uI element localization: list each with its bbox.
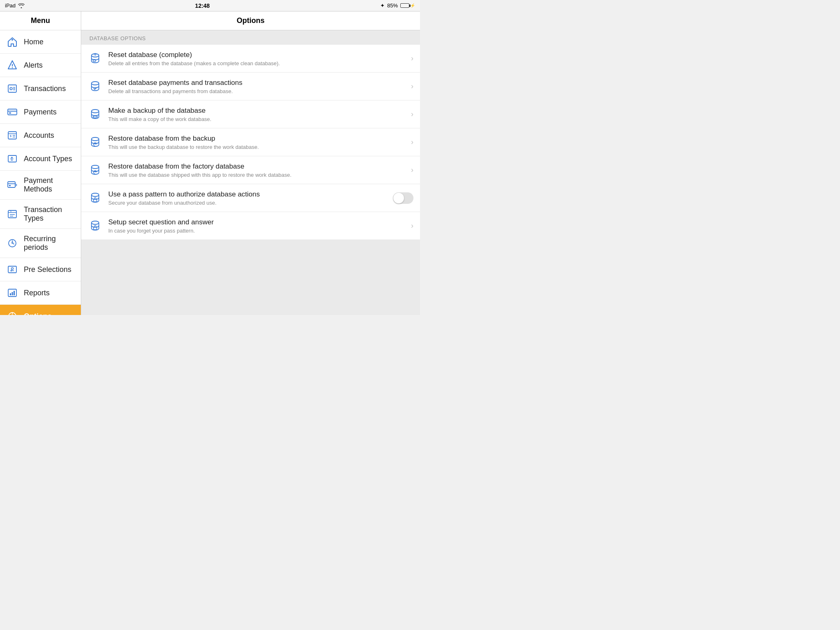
battery-percent: 85%: [387, 2, 398, 9]
option-text-make-backup: Make a backup of the database This will …: [108, 107, 402, 122]
option-secret-question[interactable]: Setup secret question and answer In case…: [81, 212, 420, 240]
chevron-icon: ›: [411, 54, 413, 63]
svg-rect-50: [93, 59, 96, 62]
battery-icon: ⚡: [400, 3, 415, 8]
sidebar-item-pre-selections[interactable]: Pre Selections: [0, 258, 81, 281]
sidebar-item-alerts[interactable]: Alerts: [0, 54, 81, 77]
status-time: 12:48: [195, 2, 210, 9]
chevron-icon: ›: [411, 166, 413, 174]
option-title-restore-backup: Restore database from the backup: [108, 135, 402, 143]
sidebar-item-transaction-types[interactable]: $ Transaction Types: [0, 200, 81, 229]
account-types-icon: $: [7, 153, 18, 164]
recurring-periods-icon: 10: [7, 237, 18, 249]
option-title-restore-factory: Restore database from the factory databa…: [108, 162, 402, 171]
sidebar-label-recurring-periods: Recurring periods: [24, 235, 74, 252]
sidebar-title: Menu: [0, 11, 81, 30]
svg-text:$: $: [10, 135, 11, 138]
option-subtitle-restore-factory: This will use the database shipped with …: [108, 172, 402, 178]
option-text-reset-complete: Reset database (complete) Delete all ent…: [108, 51, 402, 66]
option-subtitle-pass-pattern: Secure your database from unauthorized u…: [108, 200, 387, 206]
toggle-knob: [393, 193, 404, 203]
svg-point-57: [91, 193, 99, 196]
svg-point-0: [11, 39, 13, 41]
status-left: iPad: [5, 2, 25, 9]
option-text-reset-payments: Reset database payments and transactions…: [108, 79, 402, 94]
svg-text:$: $: [10, 210, 11, 212]
option-reset-complete[interactable]: Reset database (complete) Delete all ent…: [81, 45, 420, 73]
svg-point-54: [93, 116, 97, 118]
pass-pattern-toggle[interactable]: [393, 192, 413, 204]
db-secret-question-icon: [88, 219, 103, 233]
sidebar-item-options[interactable]: Options: [0, 305, 81, 315]
sidebar-item-account-types[interactable]: $ Account Types: [0, 147, 81, 171]
chevron-icon: ›: [411, 221, 413, 230]
db-reset-complete-icon: [88, 51, 103, 66]
option-pass-pattern[interactable]: Use a pass pattern to authorize database…: [81, 184, 420, 212]
sidebar-item-reports[interactable]: Reports: [0, 281, 81, 305]
svg-point-2: [12, 67, 13, 68]
svg-rect-60: [94, 227, 97, 230]
option-subtitle-secret-question: In case you forget your pass pattern.: [108, 228, 402, 234]
option-title-make-backup: Make a backup of the database: [108, 107, 402, 115]
bluetooth-icon: ✦: [380, 2, 385, 9]
section-label: DATABASE OPTIONS: [81, 30, 420, 45]
option-title-reset-payments: Reset database payments and transactions: [108, 79, 402, 87]
option-subtitle-reset-complete: Delete all entries from the database (ma…: [108, 60, 402, 66]
status-right: ✦ 85% ⚡: [380, 2, 415, 9]
option-text-pass-pattern: Use a pass pattern to authorize database…: [108, 190, 387, 206]
svg-point-52: [91, 82, 99, 85]
option-subtitle-restore-backup: This will use the backup database to res…: [108, 144, 402, 150]
option-reset-payments[interactable]: Reset database payments and transactions…: [81, 73, 420, 100]
chevron-icon: ›: [411, 82, 413, 91]
app-container: Menu Home Alerts $ Transactions: [0, 11, 420, 315]
svg-text:$: $: [11, 88, 12, 90]
sidebar-item-transactions[interactable]: $ Transactions: [0, 77, 81, 100]
option-text-secret-question: Setup secret question and answer In case…: [108, 218, 402, 234]
sidebar-label-options: Options: [24, 312, 52, 315]
sidebar-item-payment-methods[interactable]: Payment Methods: [0, 171, 81, 200]
option-restore-factory[interactable]: Restore database from the factory databa…: [81, 156, 420, 184]
sidebar-label-accounts: Accounts: [24, 131, 54, 140]
wifi-icon: [18, 3, 25, 8]
svg-point-56: [91, 165, 99, 169]
sidebar-label-transaction-types: Transaction Types: [24, 205, 74, 223]
svg-rect-35: [14, 291, 15, 295]
svg-point-59: [91, 221, 99, 224]
payment-methods-icon: [7, 179, 18, 191]
chevron-icon: ›: [411, 110, 413, 119]
db-backup-icon: [88, 107, 103, 122]
sidebar-label-account-types: Account Types: [24, 155, 72, 163]
db-restore-factory-icon: [88, 163, 103, 178]
option-restore-backup[interactable]: Restore database from the backup This wi…: [81, 128, 420, 156]
transactions-icon: $: [7, 83, 18, 94]
sidebar-label-payment-methods: Payment Methods: [24, 176, 74, 194]
sidebar-item-recurring-periods[interactable]: 10 Recurring periods: [0, 229, 81, 258]
svg-point-55: [91, 137, 99, 141]
svg-point-53: [91, 110, 99, 113]
status-bar: iPad 12:48 ✦ 85% ⚡: [0, 0, 420, 11]
option-title-secret-question: Setup secret question and answer: [108, 218, 402, 226]
sidebar: Menu Home Alerts $ Transactions: [0, 11, 81, 315]
sidebar-item-accounts[interactable]: $ Accounts: [0, 124, 81, 147]
pre-selections-icon: [7, 264, 18, 275]
svg-rect-19: [8, 182, 15, 187]
sidebar-item-payments[interactable]: Payments: [0, 100, 81, 124]
sidebar-label-home: Home: [24, 38, 43, 46]
option-text-restore-backup: Restore database from the backup This wi…: [108, 135, 402, 150]
db-reset-payments-icon: [88, 79, 103, 94]
svg-rect-22: [8, 210, 16, 218]
reports-icon: [7, 287, 18, 299]
option-title-reset-complete: Reset database (complete): [108, 51, 402, 59]
svg-rect-9: [8, 109, 17, 115]
options-icon: [7, 310, 18, 315]
sidebar-label-reports: Reports: [24, 289, 50, 297]
option-subtitle-reset-payments: Delete all transactions and payments fro…: [108, 88, 402, 94]
option-make-backup[interactable]: Make a backup of the database This will …: [81, 100, 420, 128]
transaction-types-icon: $: [7, 208, 18, 220]
option-text-restore-factory: Restore database from the factory databa…: [108, 162, 402, 178]
sidebar-label-alerts: Alerts: [24, 61, 43, 70]
main-header: Options: [81, 11, 420, 30]
sidebar-item-home[interactable]: Home: [0, 30, 81, 54]
chevron-icon: ›: [411, 138, 413, 146]
sidebar-label-transactions: Transactions: [24, 84, 66, 93]
